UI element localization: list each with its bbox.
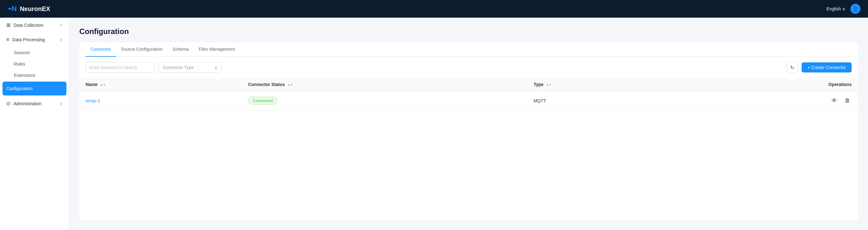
logo-icon: ⌁N xyxy=(7,5,17,13)
user-icon: 👤 xyxy=(852,6,859,12)
topnav: ⌁N NeuronEX English ∨ 👤 xyxy=(0,0,868,18)
tab-connector[interactable]: Connector xyxy=(86,42,116,57)
connectors-table: Name ▲▼ Connector Status ▲▼ Type ▲▼ xyxy=(79,78,858,221)
sidebar-item-label: Data Collection xyxy=(13,23,43,28)
sidebar-item-label: Data Processing xyxy=(12,37,45,42)
sidebar-item-data-collection[interactable]: ⊞ Data Collection ∨ xyxy=(0,18,69,32)
eye-icon: 👁 xyxy=(832,97,837,104)
col-header-name: Name ▲▼ xyxy=(79,78,242,91)
tab-source-configuration[interactable]: Source Configuration xyxy=(116,42,168,57)
cell-type: MQTT xyxy=(527,91,680,111)
content-card: Connector Source Configuration Schema Fi… xyxy=(79,42,858,221)
toolbar: Connector Type ∨ ↻ + Create Connector xyxy=(79,57,858,78)
sort-icon: ▲▼ xyxy=(546,84,552,86)
sidebar: ⊞ Data Collection ∨ ≡ Data Processing ∧ … xyxy=(0,18,69,230)
table-header-row: Name ▲▼ Connector Status ▲▼ Type ▲▼ xyxy=(79,78,858,91)
cell-status: Connected xyxy=(242,91,527,111)
chevron-down-icon: ∨ xyxy=(60,23,63,27)
chevron-down-icon: ∨ xyxy=(214,65,217,70)
sidebar-item-configuration[interactable]: Configuration xyxy=(2,82,66,95)
sidebar-item-label: Administration xyxy=(13,101,41,106)
sidebar-item-sources[interactable]: Sources xyxy=(0,47,69,58)
chevron-down-icon: ∨ xyxy=(842,6,845,11)
administration-icon: ⊙ xyxy=(6,100,10,107)
trash-icon: 🗑 xyxy=(845,97,850,104)
refresh-icon: ↻ xyxy=(790,65,794,70)
view-button[interactable]: 👁 xyxy=(830,96,838,105)
main-content: Configuration Connector Source Configura… xyxy=(69,18,868,230)
sort-icon: ▲▼ xyxy=(100,84,106,86)
col-header-type: Type ▲▼ xyxy=(527,78,680,91)
col-header-operations: Operations xyxy=(680,78,858,91)
layout: ⊞ Data Collection ∨ ≡ Data Processing ∧ … xyxy=(0,18,868,230)
tab-schema[interactable]: Schema xyxy=(167,42,193,57)
cell-name: emqx-1 xyxy=(79,91,242,111)
col-header-connector-status: Connector Status ▲▼ xyxy=(242,78,527,91)
sidebar-item-rules[interactable]: Rules xyxy=(0,58,69,69)
data-collection-icon: ⊞ xyxy=(6,22,10,28)
sort-icon: ▲▼ xyxy=(287,84,293,86)
delete-button[interactable]: 🗑 xyxy=(843,96,851,105)
app-name: NeuronEX xyxy=(20,5,50,12)
language-selector[interactable]: English ∨ xyxy=(827,6,845,11)
sidebar-item-extensions[interactable]: Extensions xyxy=(0,69,69,81)
sidebar-item-data-processing[interactable]: ≡ Data Processing ∧ xyxy=(0,32,69,47)
status-badge: Connected xyxy=(248,97,277,105)
chevron-down-icon: ∨ xyxy=(60,102,63,106)
topnav-right: English ∨ 👤 xyxy=(827,4,861,14)
sidebar-item-administration[interactable]: ⊙ Administration ∨ xyxy=(0,96,69,111)
search-input[interactable] xyxy=(86,62,155,73)
chevron-up-icon: ∧ xyxy=(60,37,63,42)
refresh-button[interactable]: ↻ xyxy=(786,62,798,73)
cell-operations: 👁 🗑 xyxy=(680,91,858,111)
sidebar-item-label: Configuration xyxy=(6,86,32,91)
create-connector-button[interactable]: + Create Connector xyxy=(802,62,851,73)
connector-type-dropdown[interactable]: Connector Type ∨ xyxy=(159,62,222,73)
avatar[interactable]: 👤 xyxy=(850,4,861,14)
tab-files-management[interactable]: Files Management xyxy=(193,42,240,57)
connector-name-link[interactable]: emqx-1 xyxy=(86,98,100,103)
data-processing-icon: ≡ xyxy=(6,37,9,42)
page-title: Configuration xyxy=(79,27,858,36)
app-logo: ⌁N NeuronEX xyxy=(7,5,50,13)
table-row: emqx-1 Connected MQTT 👁 xyxy=(79,91,858,111)
tab-bar: Connector Source Configuration Schema Fi… xyxy=(79,42,858,57)
